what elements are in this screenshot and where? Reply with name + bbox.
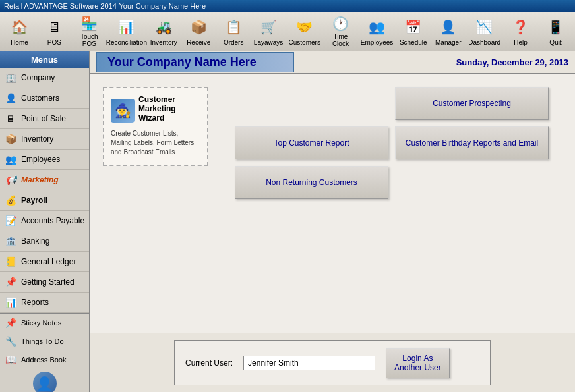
toolbar-customers-label: Customers [289,39,320,46]
sticky-notes-label: Sticky Notes [21,319,61,327]
address-book-icon: 📖 [4,353,17,366]
time-clock-icon: 🕐 [330,16,351,32]
login-btn-line1: Login As [402,354,433,363]
sidebar: Menus 🏢 Company 👤 Customers 🖥 Point of S… [0,51,90,392]
sidebar-sticky-notes[interactable]: 📌 Sticky Notes [0,314,89,332]
sidebar-item-point-of-sale[interactable]: 🖥 Point of Sale [0,109,89,129]
sidebar-item-payroll[interactable]: 💰 Payroll [0,190,89,211]
toolbar-home[interactable]: 🏠 Home [3,14,36,49]
sidebar-item-general-ledger[interactable]: 📒 General Ledger [0,252,89,272]
reconciliation-icon: 📊 [116,16,137,38]
toolbar-quit[interactable]: 📱 Quit [539,14,572,49]
toolbar-layaways[interactable]: 🛒 Layaways [252,14,286,49]
toolbar-receive[interactable]: 📦 Receive [182,14,216,49]
toolbar-schedule-label: Schedule [400,39,427,46]
bottom-section: Current User: Login As Another User [90,333,575,392]
sidebar-item-company[interactable]: 🏢 Company [0,68,89,88]
wizard-header: 🧙 Customer Marketing Wizard [111,95,200,126]
sticky-notes-icon: 📌 [4,316,17,329]
customer-prospecting-label: Customer Prospecting [433,99,511,108]
touch-pos-icon: 🏪 [78,16,100,32]
sidebar-item-marketing[interactable]: 📢 Marketing [0,170,89,190]
toolbar-dashboard-label: Dashboard [468,39,500,46]
top-customer-report-button[interactable]: Top Customer Report [235,126,388,159]
login-another-user-button[interactable]: Login As Another User [386,348,450,378]
toolbar-reconciliation[interactable]: 📊 Reconciliation [107,14,146,49]
user-panel: Current User: Login As Another User [174,340,491,385]
toolbar: 🏠 Home 🖥 POS 🏪 Touch POS 📊 Reconciliatio… [0,12,575,51]
toolbar-dashboard[interactable]: 📉 Dashboard [466,14,502,49]
orders-icon: 📋 [223,16,244,38]
sidebar-header: Menus [0,51,89,68]
toolbar-home-label: Home [11,39,28,46]
sidebar-item-customers[interactable]: 👤 Customers [0,88,89,109]
support-button[interactable]: 👤 Support [0,369,89,392]
login-btn-line2: Another User [394,363,441,372]
sidebar-customers-label: Customers [21,94,59,103]
wizard-icon: 🧙 [111,99,135,123]
toolbar-time-clock[interactable]: 🕐 Time Clock [324,14,357,49]
toolbar-inventory[interactable]: 🚜 Inventory [147,14,181,49]
current-user-label: Current User: [185,358,233,368]
inventory-sidebar-icon: 📦 [4,132,17,146]
pos-icon: 🖥 [44,16,65,38]
toolbar-help-label: Help [514,39,528,46]
company-name: Your Company Name Here [107,55,257,69]
receive-icon: 📦 [188,16,209,38]
customer-birthday-button[interactable]: Customer Birthday Reports and Email [395,126,549,159]
layaways-icon: 🛒 [258,16,279,38]
toolbar-time-clock-label: Time Clock [326,33,355,47]
reports-icon: 📊 [4,296,17,309]
toolbar-orders[interactable]: 📋 Orders [217,14,251,49]
toolbar-manager[interactable]: 👤 Manager [431,14,465,49]
toolbar-pos[interactable]: 🖥 POS [38,14,71,49]
manager-icon: 👤 [438,16,459,38]
pos-sidebar-icon: 🖥 [4,112,17,125]
wizard-title: Customer Marketing Wizard [138,95,200,123]
toolbar-manager-label: Manager [435,39,461,46]
customer-prospecting-button[interactable]: Customer Prospecting [395,87,549,120]
things-to-do-icon: 🔧 [4,335,17,348]
sidebar-item-reports[interactable]: 📊 Reports [0,293,89,313]
sidebar-item-getting-started[interactable]: 📌 Getting Started [0,272,89,293]
main-content: 🧙 Customer Marketing Wizard Create Custo… [90,74,575,333]
sidebar-item-employees[interactable]: 👥 Employees [0,150,89,170]
inventory-icon: 🚜 [153,16,174,38]
current-user-input[interactable] [243,356,375,370]
sidebar-bottom: 📌 Sticky Notes 🔧 Things To Do 📖 Address … [0,313,89,392]
quit-icon: 📱 [545,16,566,38]
support-avatar: 👤 [33,372,57,392]
title-bar: Retail ADVANTAGE Software 2014-Your Comp… [0,0,575,12]
toolbar-schedule[interactable]: 📅 Schedule [396,14,430,49]
customers-icon: 🤝 [294,16,315,38]
sidebar-address-book[interactable]: 📖 Address Book [0,350,89,369]
toolbar-help[interactable]: ❓ Help [504,14,537,49]
customer-marketing-wizard[interactable]: 🧙 Customer Marketing Wizard Create Custo… [103,87,208,166]
toolbar-pos-label: POS [47,39,61,46]
sidebar-inventory-label: Inventory [21,134,53,144]
top-customer-report-label: Top Customer Report [274,138,349,148]
sidebar-reports-label: Reports [21,298,49,307]
toolbar-reconciliation-label: Reconciliation [106,39,147,46]
non-returning-customers-button[interactable]: Non Returning Customers [235,166,388,199]
sidebar-pos-label: Point of Sale [21,114,66,123]
toolbar-customers[interactable]: 🤝 Customers [287,14,322,49]
sidebar-things-to-do[interactable]: 🔧 Things To Do [0,332,89,350]
sidebar-company-label: Company [21,73,55,82]
sidebar-payroll-label: Payroll [21,196,47,205]
wizard-description: Create Customer Lists, Mailing Labels, F… [111,129,200,157]
sidebar-item-banking[interactable]: 🏦 Banking [0,231,89,252]
employees-icon: 👥 [367,16,388,38]
help-icon: ❓ [510,16,531,38]
toolbar-touch-pos[interactable]: 🏪 Touch POS [73,14,106,49]
home-icon: 🏠 [9,16,30,38]
customer-birthday-label: Customer Birthday Reports and Email [406,138,538,148]
sidebar-item-accounts-payable[interactable]: 📝 Accounts Payable [0,211,89,231]
toolbar-touch-pos-label: Touch POS [75,33,104,47]
marketing-icon: 📢 [4,173,17,186]
date-display: Sunday, December 29, 2013 [456,57,568,67]
sidebar-item-inventory[interactable]: 📦 Inventory [0,129,89,150]
company-name-bar: Your Company Name Here [96,52,294,72]
toolbar-employees[interactable]: 👥 Employees [359,14,395,49]
toolbar-layaways-label: Layaways [254,39,283,46]
